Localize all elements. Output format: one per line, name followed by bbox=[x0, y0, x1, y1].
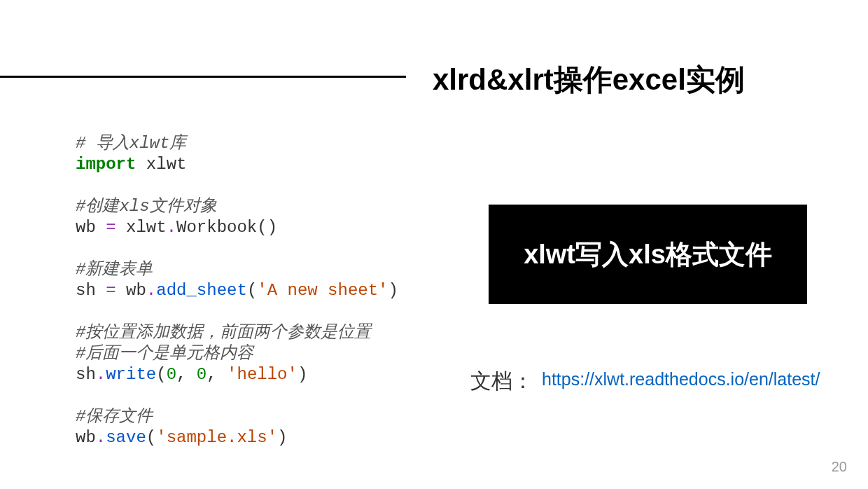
code-paren: ) bbox=[298, 365, 307, 384]
code-method: add_sheet bbox=[156, 281, 247, 300]
code-string: 'A new sheet' bbox=[257, 281, 388, 300]
code-text: sh bbox=[76, 281, 106, 300]
code-method: save bbox=[106, 428, 146, 447]
code-paren: ) bbox=[277, 428, 287, 447]
code-text: Workbook() bbox=[176, 218, 277, 237]
code-dot: . bbox=[167, 218, 176, 237]
code-paren: ( bbox=[146, 428, 156, 447]
code-dot: . bbox=[146, 281, 156, 300]
code-string: 'sample.xls' bbox=[156, 428, 277, 447]
code-text: xlwt bbox=[136, 155, 186, 174]
code-dot: . bbox=[96, 428, 106, 447]
code-number: 0 bbox=[197, 365, 206, 384]
code-comment: #新建表单 bbox=[76, 260, 153, 279]
code-comment: #后面一个是单元格内容 bbox=[76, 344, 253, 363]
code-block: # 导入xlwt库 import xlwt #创建xls文件对象 wb = xl… bbox=[76, 133, 398, 448]
code-comment: # 导入xlwt库 bbox=[76, 134, 186, 153]
title-divider bbox=[0, 76, 406, 78]
code-text: wb bbox=[116, 281, 146, 300]
code-dot: . bbox=[96, 365, 106, 384]
code-method: write bbox=[106, 365, 156, 384]
doc-label: 文档： bbox=[470, 367, 533, 396]
code-string: 'hello' bbox=[227, 365, 298, 384]
doc-link[interactable]: https://xlwt.readthedocs.io/en/latest/ bbox=[542, 369, 820, 390]
code-operator: = bbox=[106, 218, 115, 237]
code-text: wb bbox=[76, 218, 106, 237]
highlight-box: xlwt写入xls格式文件 bbox=[489, 205, 807, 304]
code-paren: ( bbox=[247, 281, 257, 300]
code-operator: = bbox=[106, 281, 115, 300]
page-number: 20 bbox=[832, 459, 847, 475]
code-comma: , bbox=[206, 365, 227, 384]
code-text: sh bbox=[76, 365, 96, 384]
code-comment: #按位置添加数据，前面两个参数是位置 bbox=[76, 323, 371, 342]
code-comment: #创建xls文件对象 bbox=[76, 197, 217, 216]
code-keyword: import bbox=[76, 155, 136, 174]
code-comma: , bbox=[176, 365, 197, 384]
code-text: wb bbox=[76, 428, 96, 447]
highlight-box-text: xlwt写入xls格式文件 bbox=[524, 237, 772, 273]
code-paren: ( bbox=[156, 365, 166, 384]
code-paren: ) bbox=[388, 281, 398, 300]
code-text: xlwt bbox=[116, 218, 167, 237]
code-number: 0 bbox=[167, 365, 176, 384]
code-comment: #保存文件 bbox=[76, 407, 153, 426]
page-title: xlrd&xlrt操作excel实例 bbox=[433, 60, 745, 99]
